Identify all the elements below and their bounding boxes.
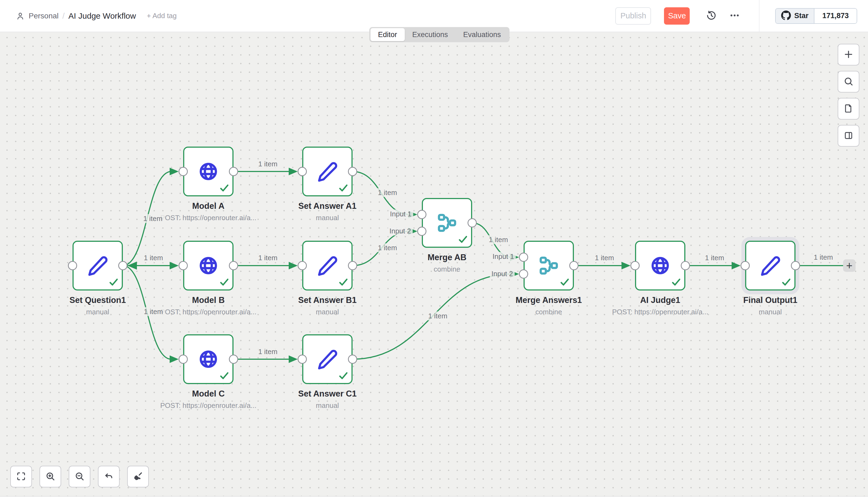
pen-icon	[317, 161, 338, 182]
connection[interactable]	[353, 274, 512, 359]
pen-icon	[317, 255, 338, 276]
node-subtitle: manual	[316, 308, 339, 316]
github-icon	[781, 11, 791, 21]
panel-icon	[844, 130, 854, 142]
merge-input-label: Input 1	[491, 252, 516, 261]
add-node-button[interactable]	[838, 44, 859, 65]
success-check-icon	[339, 184, 348, 192]
node-merge-ab[interactable]: Merge ABcombine	[422, 198, 472, 248]
zoom-to-fit-button[interactable]	[10, 466, 32, 488]
add-connected-node-button[interactable]: +	[843, 259, 856, 272]
connections-layer	[0, 32, 868, 496]
node-title: Set Answer C1	[298, 389, 356, 399]
undo-button[interactable]	[98, 466, 120, 488]
breadcrumb-project[interactable]: Personal	[29, 12, 59, 20]
view-tabs: Editor Executions Evaluations	[369, 27, 509, 42]
connection[interactable]	[353, 231, 410, 265]
merge-icon	[538, 255, 559, 276]
node-subtitle: POST: https://openrouter.ai/a...	[612, 308, 709, 316]
node-ai-judge1[interactable]: AI Judge1POST: https://openrouter.ai/a..…	[635, 241, 685, 291]
pen-icon	[87, 255, 108, 276]
tab-evaluations[interactable]: Evaluations	[456, 28, 509, 41]
http-globe-icon	[650, 255, 671, 276]
connection-items-label: 1 item	[256, 159, 280, 168]
toggle-panel-button[interactable]	[838, 125, 859, 147]
github-star-widget[interactable]: Star 171,873	[775, 8, 857, 24]
zoom-out-button[interactable]	[69, 466, 90, 488]
node-set-answer-a1[interactable]: Set Answer A1manual	[302, 147, 353, 196]
merge-icon	[436, 212, 457, 233]
zoom-in-button[interactable]	[40, 466, 61, 488]
node-title: Merge Answers1	[515, 295, 582, 305]
footer-strip	[0, 496, 868, 502]
github-star-button[interactable]: Star	[776, 9, 814, 23]
node-model-c[interactable]: Model CPOST: https://openrouter.ai/a...	[183, 334, 234, 384]
workflow-title[interactable]: AI Judge Workflow	[69, 11, 136, 21]
node-set-question1[interactable]: Set Question1manual	[73, 241, 123, 291]
save-button[interactable]: Save	[664, 7, 690, 24]
connection-items-label: 1 item	[812, 253, 835, 262]
plus-icon	[844, 49, 854, 60]
breadcrumb: Personal / AI Judge Workflow + Add tag	[16, 0, 177, 32]
node-title: Final Output1	[743, 295, 797, 305]
node-title: Model B	[192, 295, 225, 305]
tab-editor[interactable]: Editor	[370, 28, 405, 41]
node-title: Set Answer A1	[298, 201, 356, 211]
tidy-icon	[133, 471, 143, 482]
success-check-icon	[782, 278, 791, 286]
node-model-a[interactable]: Model APOST: https://openrouter.ai/a...	[183, 147, 234, 196]
node-model-b[interactable]: Model BPOST: https://openrouter.ai/a...	[183, 241, 234, 291]
success-check-icon	[220, 278, 229, 286]
success-check-icon	[220, 372, 229, 379]
tidy-up-button[interactable]	[127, 466, 149, 488]
node-set-answer-b1[interactable]: Set Answer B1manual	[302, 241, 353, 291]
github-star-label: Star	[794, 12, 808, 20]
node-subtitle: manual	[316, 401, 339, 410]
connection-items-label: 1 item	[142, 253, 165, 262]
connection[interactable]	[472, 223, 512, 257]
success-check-icon	[339, 372, 348, 379]
github-star-count: 171,873	[814, 9, 857, 23]
undo-icon	[104, 471, 114, 482]
history-icon	[706, 10, 717, 22]
pen-icon	[760, 255, 781, 276]
add-sticky-button[interactable]	[838, 98, 859, 119]
connection-items-label: 1 item	[703, 253, 726, 262]
success-check-icon	[220, 184, 229, 192]
node-subtitle: manual	[86, 308, 109, 316]
success-check-icon	[109, 278, 118, 286]
zoom-in-icon	[45, 471, 55, 482]
node-title: AI Judge1	[640, 295, 680, 305]
header-divider	[759, 0, 760, 32]
header-actions: Publish Save Star 171,873	[615, 0, 868, 32]
canvas-world: Set Question1manualModel APOST: https://…	[0, 32, 868, 496]
http-globe-icon	[198, 349, 219, 370]
search-nodes-button[interactable]	[838, 71, 859, 93]
success-check-icon	[672, 278, 681, 286]
more-options-button[interactable]	[727, 8, 742, 23]
node-title: Model A	[192, 201, 224, 211]
node-merge-answers1[interactable]: Merge Answers1combine	[524, 241, 574, 291]
node-title: Merge AB	[427, 253, 466, 262]
node-subtitle: POST: https://openrouter.ai/a...	[160, 401, 257, 410]
node-subtitle: manual	[759, 308, 782, 316]
add-tag-button[interactable]: + Add tag	[147, 12, 177, 20]
publish-button[interactable]: Publish	[615, 7, 651, 24]
workflow-history-button[interactable]	[704, 8, 719, 23]
workflow-canvas[interactable]: Set Question1manualModel APOST: https://…	[0, 32, 868, 496]
connection-items-label: 1 item	[256, 253, 280, 262]
node-set-answer-c1[interactable]: Set Answer C1manual	[302, 334, 353, 384]
node-subtitle: combine	[434, 265, 460, 273]
connection[interactable]	[353, 171, 410, 215]
success-check-icon	[339, 278, 348, 286]
node-subtitle: manual	[316, 214, 339, 222]
node-title: Set Answer B1	[298, 295, 356, 305]
pen-icon	[317, 349, 338, 370]
connection-items-label: 1 item	[256, 347, 280, 356]
node-final-output1[interactable]: Final Output1manual	[745, 241, 795, 291]
ellipsis-icon	[729, 10, 740, 22]
node-title: Model C	[192, 389, 225, 399]
tab-executions[interactable]: Executions	[405, 28, 456, 41]
node-subtitle: combine	[536, 308, 562, 316]
connection-items-label: 1 item	[593, 253, 616, 262]
